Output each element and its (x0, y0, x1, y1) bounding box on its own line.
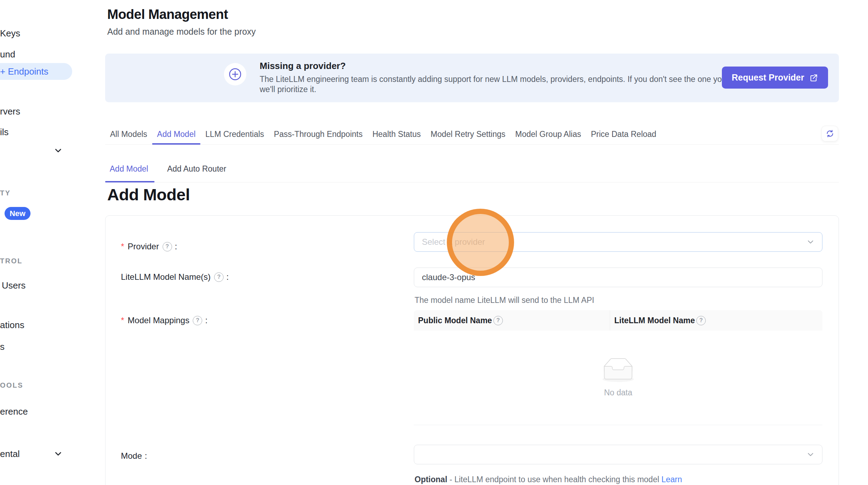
litellm-model-name-header-text: LiteLLM Model Name (614, 316, 695, 325)
app-window: Keys und + Endpoints rvers ils TY New TR… (0, 0, 868, 485)
sidebar-item-experimental[interactable]: ental (0, 449, 20, 459)
sidebar-item-servers[interactable]: rvers (0, 106, 20, 117)
litellm-model-name-header: LiteLLM Model Name ? (610, 310, 706, 331)
chevron-down-icon (806, 237, 815, 247)
missing-provider-banner: Missing a provider? The LiteLLM engineer… (105, 54, 839, 102)
help-icon[interactable]: ? (163, 242, 172, 251)
sidebar-item-teams[interactable]: s (0, 341, 5, 352)
help-icon[interactable]: ? (214, 272, 224, 282)
mode-helper-bold: Optional (415, 475, 447, 484)
chevron-down-icon (806, 450, 815, 459)
tab-all-models[interactable]: All Models (105, 124, 152, 144)
refresh-icon (826, 129, 834, 138)
required-marker: * (121, 316, 124, 325)
subtab-add-model[interactable]: Add Model (105, 156, 153, 182)
refresh-button[interactable] (821, 126, 838, 141)
model-name-helper: The model name LiteLLM will send to the … (415, 296, 594, 305)
colon: : (145, 451, 147, 461)
plus-circle-icon (224, 63, 246, 85)
no-data-text: No data (604, 388, 633, 397)
tab-model-retry-settings[interactable]: Model Retry Settings (426, 124, 510, 144)
sidebar-item-users[interactable]: Users (2, 280, 26, 291)
page-subtitle: Add and manage models for the proxy (107, 27, 256, 37)
model-name-value: claude-3-opus (422, 272, 475, 282)
banner-title: Missing a provider? (260, 61, 346, 71)
sidebar-section-tools: OOLS (0, 381, 23, 389)
subtab-add-auto-router[interactable]: Add Auto Router (163, 156, 231, 182)
sidebar-item-organizations[interactable]: ations (0, 320, 24, 331)
model-name-input[interactable]: claude-3-opus (414, 268, 822, 287)
chevron-down-icon[interactable] (53, 146, 63, 155)
add-model-form-card: * Provider ? : Select a provider LiteLLM… (105, 215, 839, 485)
mode-select[interactable] (414, 445, 822, 464)
sidebar-section-access-control: TROL (0, 257, 22, 265)
model-mappings-table: Public Model Name ? LiteLLM Model Name ? (414, 310, 822, 425)
model-name-label-text: LiteLLM Model Name(s) (121, 272, 211, 282)
external-link-icon (809, 73, 818, 82)
public-model-name-header-text: Public Model Name (418, 316, 492, 325)
required-marker: * (121, 242, 124, 251)
help-icon[interactable]: ? (696, 316, 706, 325)
provider-label: * Provider ? : (121, 242, 177, 251)
model-mappings-label: * Model Mappings ? : (121, 316, 207, 325)
tab-model-group-alias[interactable]: Model Group Alias (510, 124, 586, 144)
mode-helper-text: - LiteLLM endpoint to use when health ch… (447, 475, 661, 484)
sidebar-item-playground[interactable]: und (0, 49, 15, 60)
public-model-name-header: Public Model Name ? (414, 310, 610, 331)
request-provider-label: Request Provider (732, 72, 804, 83)
new-badge: New (5, 207, 30, 220)
request-provider-button[interactable]: Request Provider (722, 67, 828, 89)
sidebar-item-api-reference[interactable]: erence (0, 406, 28, 417)
model-name-label: LiteLLM Model Name(s) ? : (121, 272, 229, 282)
help-icon[interactable]: ? (493, 316, 503, 325)
provider-label-text: Provider (128, 242, 159, 251)
mappings-empty-state: No data (414, 331, 822, 425)
sidebar-item-keys[interactable]: Keys (0, 28, 20, 39)
colon: : (175, 242, 177, 251)
tab-pass-through-endpoints[interactable]: Pass-Through Endpoints (269, 124, 368, 144)
colon: : (205, 316, 207, 325)
add-model-heading: Add Model (107, 185, 190, 204)
sidebar-section-observability: TY (0, 189, 11, 197)
chevron-down-icon[interactable] (53, 449, 63, 459)
mode-helper: Optional - LiteLLM endpoint to use when … (415, 475, 682, 484)
mode-label: Mode : (121, 451, 147, 461)
sidebar-item-models-endpoints[interactable]: + Endpoints (0, 63, 72, 80)
empty-inbox-icon (599, 358, 637, 384)
sidebar-item-guardrails[interactable]: ils (0, 127, 9, 138)
mappings-table-header: Public Model Name ? LiteLLM Model Name ? (414, 310, 822, 331)
tab-price-data-reload[interactable]: Price Data Reload (586, 124, 661, 144)
tab-health-status[interactable]: Health Status (368, 124, 426, 144)
provider-select-placeholder: Select a provider (422, 237, 485, 247)
learn-link[interactable]: Learn (661, 475, 682, 484)
help-icon[interactable]: ? (193, 316, 202, 325)
tab-add-model[interactable]: Add Model (152, 124, 200, 144)
colon: : (226, 272, 229, 282)
banner-text-line2: we'll prioritize it. (260, 85, 316, 94)
model-mappings-label-text: Model Mappings (128, 316, 189, 325)
page-title: Model Management (107, 7, 228, 22)
provider-select[interactable]: Select a provider (414, 232, 822, 252)
sidebar-item-models-endpoints-label: + Endpoints (0, 66, 48, 77)
mode-label-text: Mode (121, 451, 142, 461)
model-tabs: All Models Add Model LLM Credentials Pas… (105, 124, 839, 145)
add-model-subtabs: Add Model Add Auto Router (105, 156, 839, 182)
tab-llm-credentials[interactable]: LLM Credentials (200, 124, 269, 144)
